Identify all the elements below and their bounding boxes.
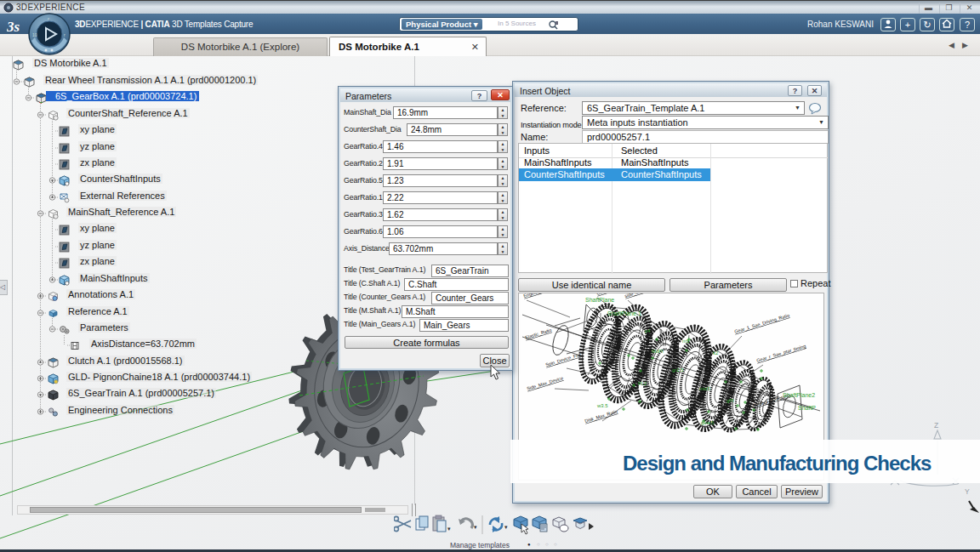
svg-text:side_Min_Ratio_Fxn: side_Min_Ratio_Fxn [624,293,667,299]
svg-text:Disk_Max_Ratio: Disk_Max_Ratio [584,409,618,424]
svg-text:▾: ▾ [447,526,451,532]
svg-text:w3.5: w3.5 [596,403,608,408]
svg-text:Elastic_Ratio: Elastic_Ratio [525,327,552,340]
svg-text:▾: ▾ [474,524,477,530]
svg-text:gPl: gPl [726,398,734,403]
svg-text:k2: k2 [713,350,719,356]
svg-text:MdPl: MdPl [652,349,664,354]
svg-text:3s: 3s [7,19,20,35]
svg-text:ShaftPlane: ShaftPlane [585,297,614,303]
svg-text:mid3: mid3 [699,386,711,391]
svg-text:Spin_Device_Fixt: Spin_Device_Fixt [545,352,582,367]
svg-text:Engine_Shaft: Engine_Shaft [523,293,552,299]
svg-text:▾: ▾ [504,524,508,530]
svg-text:p4: p4 [645,328,651,333]
svg-text:Z: Z [934,421,938,430]
svg-text:10: 10 [32,32,37,37]
svg-text:ShaftPlane.1: ShaftPlane.1 [607,310,641,316]
svg-text:r: r [48,16,49,21]
svg-text:Gear_1_Sae_Driving_Ratio: Gear_1_Sae_Driving_Ratio [734,313,790,334]
svg-text:ShaftPlane2: ShaftPlane2 [783,392,815,398]
svg-text:Gear_r_Sae_ptar_timing: Gear_r_Sae_ptar_timing [756,344,806,363]
svg-text:gr2.5: gr2.5 [672,367,684,373]
svg-text:Pl.2: Pl.2 [638,381,647,386]
svg-text:ShaftP: ShaftP [798,405,816,411]
svg-text:Y: Y [965,487,970,496]
